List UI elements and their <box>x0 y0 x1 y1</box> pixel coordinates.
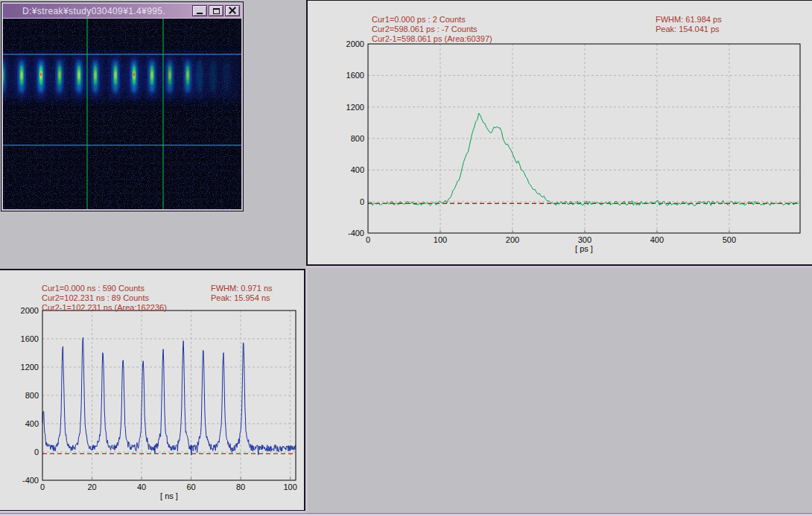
svg-text:-400: -400 <box>22 476 39 485</box>
cursor2-readout-ps: Cur2=598.061 ps : -7 Counts <box>372 25 478 34</box>
fwhm-readout-ns: FWHM: 0.971 ns <box>211 284 273 293</box>
peak-readout-ns: Peak: 15.954 ns <box>211 293 270 302</box>
streak-image[interactable] <box>3 19 241 209</box>
fwhm-readout-ps: FWHM: 61.984 ps <box>656 15 722 24</box>
close-button[interactable] <box>225 5 240 16</box>
svg-text:1600: 1600 <box>21 334 39 343</box>
svg-text:400: 400 <box>650 235 664 244</box>
svg-text:-400: -400 <box>348 229 364 238</box>
svg-text:[ ns ]: [ ns ] <box>160 491 178 500</box>
cursor2-readout-ns: Cur2=102.231 ns : 89 Counts <box>42 293 149 302</box>
ps-profile-panel: 2000160012008004000-4000100200300400500[… <box>306 0 812 266</box>
cursor-delta-readout-ns: Cur2-1=102.231 ns (Area:162236) <box>42 303 167 312</box>
svg-text:[ ps ]: [ ps ] <box>575 244 593 253</box>
cursor-delta-readout-ps: Cur2-1=598.061 ps (Area:60397) <box>372 34 492 43</box>
bottom-window-edge <box>0 513 812 516</box>
maximize-button[interactable] <box>209 5 223 16</box>
svg-text:0: 0 <box>34 447 39 456</box>
window-buttons <box>192 5 240 16</box>
svg-text:1200: 1200 <box>346 103 364 112</box>
svg-text:100: 100 <box>283 482 296 491</box>
window-titlebar[interactable]: D:¥streak¥study030409¥1.4¥995. <box>3 4 241 18</box>
svg-text:500: 500 <box>723 235 736 244</box>
close-icon <box>229 7 236 14</box>
svg-text:100: 100 <box>434 235 447 244</box>
svg-text:80: 80 <box>236 482 245 491</box>
cursor1-readout-ns: Cur1=0.000 ns : 590 Counts <box>42 284 145 293</box>
svg-text:1200: 1200 <box>21 363 39 372</box>
svg-text:0: 0 <box>366 235 370 244</box>
minimize-button[interactable] <box>192 5 207 16</box>
minimize-icon <box>197 13 203 14</box>
svg-text:1600: 1600 <box>346 71 364 80</box>
ns-profile-panel: 2000160012008004000-400020406080100[ ns … <box>0 269 305 511</box>
streak-image-canvas <box>3 19 241 209</box>
svg-text:60: 60 <box>186 482 195 491</box>
cursor1-readout-ps: Cur1=0.000 ps : 2 Counts <box>372 15 466 24</box>
window-title: D:¥streak¥study030409¥1.4¥995. <box>3 6 165 16</box>
svg-text:2000: 2000 <box>21 306 39 315</box>
svg-text:400: 400 <box>351 165 364 174</box>
svg-text:800: 800 <box>351 134 364 143</box>
svg-text:0: 0 <box>360 197 364 206</box>
desktop: 2000160012008004000-4000100200300400500[… <box>0 0 812 516</box>
svg-text:800: 800 <box>25 391 39 400</box>
svg-text:2000: 2000 <box>346 39 364 48</box>
peak-readout-ps: Peak: 154.041 ps <box>656 25 720 34</box>
svg-text:400: 400 <box>25 419 39 428</box>
streak-image-window: D:¥streak¥study030409¥1.4¥995. <box>1 1 244 211</box>
maximize-icon <box>213 8 220 14</box>
svg-text:0: 0 <box>40 482 45 491</box>
svg-text:20: 20 <box>87 482 96 491</box>
svg-text:300: 300 <box>578 235 591 244</box>
svg-text:200: 200 <box>506 235 519 244</box>
svg-text:40: 40 <box>137 482 146 491</box>
